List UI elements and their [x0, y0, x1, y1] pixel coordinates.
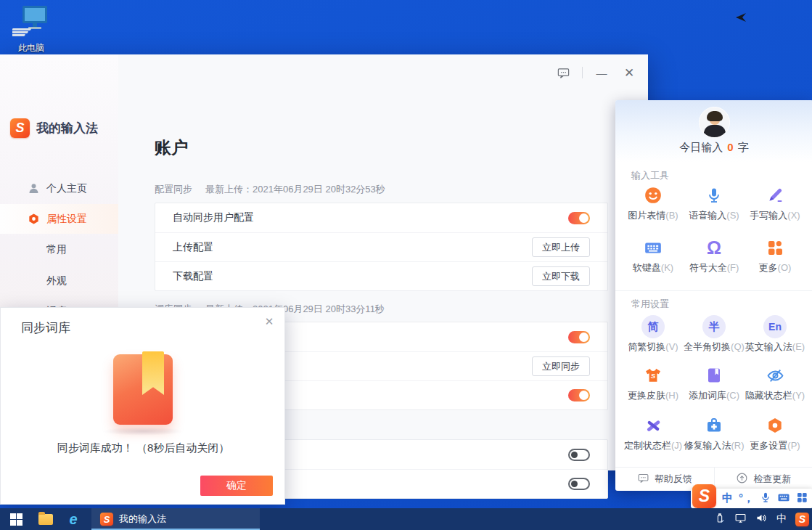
minimize-button[interactable]: —	[593, 65, 610, 81]
row-label: 下载配置	[173, 270, 213, 283]
toolbox-grid-icon[interactable]	[796, 492, 808, 506]
setting-key: (H)	[665, 390, 678, 401]
sidebar-item-general[interactable]: 常用	[0, 235, 118, 264]
folder-icon	[38, 514, 53, 525]
update-arrow-icon	[736, 472, 748, 486]
input-language-indicator[interactable]: 中	[776, 513, 787, 526]
avatar[interactable]	[699, 107, 730, 138]
setting-label: 英文输入法	[745, 341, 792, 352]
bookmark-ribbon-icon	[142, 351, 164, 395]
tool-key: (X)	[787, 210, 800, 221]
tools-icon	[643, 415, 663, 436]
computer-icon	[12, 28, 50, 40]
auto-sync-dict-toggle[interactable]	[568, 331, 590, 343]
feedback-bubble-icon	[637, 472, 649, 486]
setting-repair[interactable]: 修复输入法(R)	[684, 415, 745, 454]
upload-config-button[interactable]: 立即上传	[532, 237, 590, 257]
sogou-logo-icon[interactable]: S	[692, 484, 716, 508]
close-button[interactable]: ✕	[620, 65, 638, 81]
taskbar-task-sogou[interactable]: S 我的输入法	[91, 508, 260, 530]
typed-today: 今日输入 0 字	[615, 141, 812, 155]
setting-skin[interactable]: S 更换皮肤(H)	[623, 365, 684, 404]
speaker-icon[interactable]	[755, 512, 768, 527]
auto-sync-config-toggle[interactable]	[568, 212, 590, 224]
divider	[615, 290, 812, 291]
update-label: 检查更新	[753, 473, 791, 486]
file-explorer-button[interactable]	[32, 508, 60, 530]
check-update-button[interactable]: 检查更新	[714, 468, 812, 491]
config-sync-card: 自动同步用户配置 上传配置 立即上传 下载配置 立即下载	[155, 203, 608, 291]
this-pc-label: 此电脑	[7, 42, 55, 54]
typed-prefix: 今日输入	[679, 141, 723, 153]
first-aid-kit-icon	[704, 415, 724, 436]
setting-english[interactable]: En 英文输入法(E)	[745, 315, 805, 354]
close-icon[interactable]: ✕	[261, 314, 277, 330]
tool-handwriting[interactable]: 手写输入(X)	[745, 185, 805, 224]
setting-key: (V)	[665, 341, 678, 352]
sidebar-item-home[interactable]: 个人主页	[0, 174, 118, 203]
tool-emoji[interactable]: 图片表情(B)	[623, 185, 684, 224]
tools-section-label: 输入工具	[631, 169, 669, 182]
setting-row: 上传配置 立即上传	[155, 232, 607, 261]
option-toggle-off-1[interactable]	[568, 449, 590, 461]
setting-more-settings[interactable]: 更多设置(P)	[745, 415, 805, 454]
app-title: 我的输入法	[36, 120, 98, 136]
network-icon[interactable]	[734, 512, 747, 527]
sync-toggle[interactable]	[568, 389, 590, 401]
tool-voice[interactable]: 语音输入(S)	[684, 185, 745, 224]
help-label: 帮助反馈	[655, 473, 692, 486]
system-tray: 中 S	[714, 508, 809, 530]
tool-softkeyboard[interactable]: 软键盘(K)	[623, 237, 684, 276]
setting-full-half[interactable]: 半 全半角切换(Q)	[684, 315, 745, 354]
tool-more[interactable]: 更多(O)	[745, 237, 805, 276]
halfwidth-badge-icon: 半	[702, 315, 726, 338]
setting-key: (C)	[726, 390, 739, 401]
quick-panel: 今日输入 0 字 输入工具 图片表情(B) 语音输入(S) 手写输入(X)	[615, 100, 812, 491]
setting-add-dict[interactable]: 添加词库(C)	[684, 365, 745, 404]
pencil-icon	[765, 185, 785, 205]
taskbar: e S 我的输入法 中 S	[0, 508, 812, 530]
mic-icon[interactable]	[760, 492, 771, 506]
sidebar-item-label: 常用	[46, 243, 67, 256]
usb-icon[interactable]	[714, 512, 726, 526]
setting-hide-statusbar[interactable]: 隐藏状态栏(Y)	[745, 365, 805, 404]
user-icon	[28, 182, 40, 195]
section-head-config-sync: 配置同步 最新上传：2021年06月29日 20时32分53秒	[155, 183, 385, 196]
sogou-tray-icon[interactable]: S	[795, 513, 809, 526]
option-toggle-off-2[interactable]	[568, 478, 590, 490]
tool-symbols[interactable]: Ω 符号大全(F)	[684, 237, 745, 276]
sync-now-button[interactable]: 立即同步	[532, 356, 590, 376]
chinese-mode-indicator[interactable]: 中	[722, 492, 733, 505]
setting-simp-trad[interactable]: 简 简繁切换(V)	[623, 315, 684, 354]
page-title: 账户	[155, 136, 188, 159]
tool-key: (S)	[726, 210, 739, 221]
dialog-title: 同步词库	[21, 319, 70, 336]
setting-key: (P)	[787, 440, 800, 451]
setting-customize-statusbar[interactable]: 定制状态栏(J)	[623, 415, 684, 454]
setting-label: 简繁切换	[628, 341, 665, 352]
sogou-status-bar[interactable]: S 中 °，	[691, 489, 812, 508]
english-badge-icon: En	[763, 315, 787, 338]
avatar-body	[704, 125, 726, 138]
window-controls: — ✕	[554, 65, 638, 81]
sidebar-item-label: 属性设置	[46, 213, 87, 226]
start-button[interactable]	[0, 508, 32, 530]
internet-explorer-button[interactable]: e	[60, 508, 87, 530]
ie-icon: e	[69, 511, 77, 528]
download-config-button[interactable]: 立即下载	[532, 266, 590, 286]
setting-key: (J)	[671, 440, 682, 451]
confirm-button[interactable]: 确定	[200, 476, 273, 496]
setting-key: (R)	[731, 440, 744, 451]
this-pc-desktop-icon[interactable]: 此电脑	[7, 4, 55, 54]
feedback-icon[interactable]	[554, 65, 572, 81]
hexagon-gear-icon	[765, 415, 785, 436]
punctuation-indicator[interactable]: °，	[739, 492, 754, 505]
sidebar-item-properties[interactable]: 属性设置	[0, 204, 118, 234]
sidebar-item-appearance[interactable]: 外观	[0, 266, 118, 295]
setting-key: (Y)	[792, 390, 805, 401]
tool-key: (F)	[727, 262, 739, 273]
section-label: 配置同步	[155, 183, 192, 196]
keyboard-icon[interactable]	[777, 491, 790, 507]
typed-count: 0	[726, 141, 734, 153]
sidebar-item-label: 个人主页	[46, 182, 87, 195]
